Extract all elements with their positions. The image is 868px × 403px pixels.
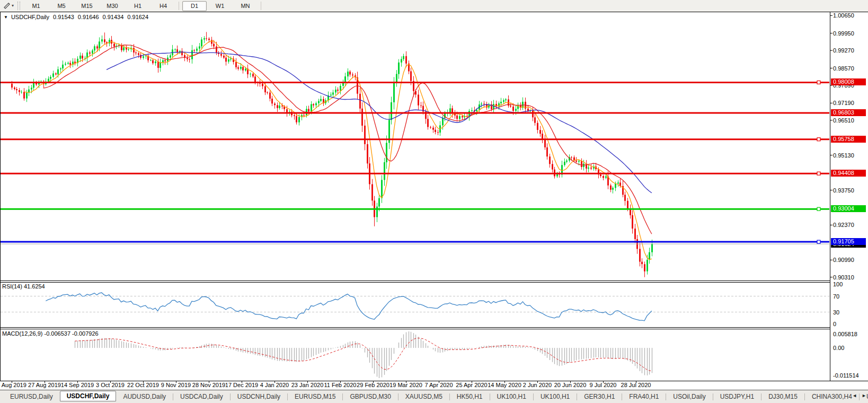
hline-price-label-0.95758[interactable]: 0.95758 [831,136,866,143]
date-label: 23 Jan 2020 [291,382,324,388]
rsi-axis-label-0: 0 [833,321,836,327]
macd-axis-min: -0.011514 [833,372,859,379]
date-label: 2 Jun 2020 [523,382,552,388]
price-tick-label: 0.92370 [833,222,854,228]
macd-axis-zero: 0.00 [833,345,844,351]
price-tick-label: 0.90310 [833,274,854,281]
date-label: 8 Aug 2019 [0,382,26,388]
ma-fast-line [24,41,652,260]
rsi-axis-label-30: 30 [833,309,839,316]
macd-axis-max: 0.005818 [833,331,857,337]
tab-hk50-h1[interactable]: HK50,H1 [450,391,490,402]
ma-slow-line [107,52,652,193]
ohlc-close: 0.91624 [127,14,148,20]
date-label: 27 Aug 2019 [28,382,61,388]
date-label: 14 Sep 2019 [61,382,94,388]
price-tick-label: 0.93750 [833,187,854,194]
date-label: 9 Nov 2019 [161,382,191,388]
macd-signal-line [75,338,652,371]
hline-handle-0.98008[interactable] [817,81,820,84]
date-label: 4 Jan 2020 [260,382,289,388]
trading-terminal: ▾ M1M5M15M30H1H4D1W1MN ▼ USDCHF,Daily 0.… [0,0,868,403]
hline-price-label-0.98008[interactable]: 0.98008 [831,78,866,85]
rsi-line [46,293,652,321]
hline-handle-0.94408[interactable] [817,172,820,175]
rsi-panel-label: RSI(14) 41.6254 [2,283,45,290]
candlestick-series [11,32,653,277]
rsi-axis-label-100: 100 [833,281,843,287]
hline-handle-0.93004[interactable] [817,207,820,211]
macd-signal-value: -0.007926 [72,330,99,337]
date-label: 3 Oct 2019 [96,382,125,388]
tab-scroll-right-icon[interactable]: ► [862,393,866,398]
hline-price-label-0.96803[interactable]: 0.96803 [831,109,866,116]
tab-uk100-h1[interactable]: UK100,H1 [534,391,577,402]
date-label: 20 Jun 2020 [554,382,587,388]
hline-handle-0.91705[interactable] [817,240,820,243]
ohlc-low: 0.91434 [103,14,124,20]
tab-eurusd-daily[interactable]: EURUSD,Daily [3,391,60,402]
tab-fra40-h1[interactable]: FRA40,H1 [622,391,666,402]
tab-xauusd-m5[interactable]: XAUUSD,M5 [398,391,449,402]
price-tick-label: 0.95130 [833,152,854,159]
date-label: 17 Dec 2019 [225,382,258,388]
date-label: 11 Feb 2020 [324,382,357,388]
date-label: 9 Jul 2020 [590,382,617,388]
ohlc-high: 0.91646 [78,14,99,20]
rsi-value: 41.6254 [24,283,45,290]
date-label: 29 Feb 2020 [357,382,389,388]
macd-panel-label: MACD(12,26,9) -0.006537 -0.007926 [2,330,99,337]
date-label: 28 Jul 2020 [621,382,651,388]
macd-histogram [75,331,652,378]
hline-price-label-0.91705[interactable]: 0.91705 [831,238,866,245]
tab-usdcnh-daily[interactable]: USDCNH,Daily [231,391,287,402]
date-label: 7 Apr 2020 [424,382,453,388]
price-tick-label: 0.98570 [833,65,854,72]
tab-scroll-arrows: ◄ ► [852,393,866,398]
date-label: 25 Apr 2020 [456,382,487,388]
tab-usdcad-daily[interactable]: USDCAD,Daily [173,391,230,402]
hline-price-label-0.93004[interactable]: 0.93004 [831,205,866,212]
tab-ger30-h1[interactable]: GER30,H1 [577,391,622,402]
chart-surface[interactable] [0,0,868,403]
price-tick-label: 0.99950 [833,30,854,37]
date-label: 28 Nov 2019 [192,382,225,388]
price-tick-label: 0.96510 [833,117,854,124]
hline-handle-0.95758[interactable] [817,138,820,141]
tab-eurusd-m15[interactable]: EURUSD,M15 [288,391,342,402]
date-label: 22 Oct 2019 [127,382,159,388]
chart-tab-bar: EURUSD,DailyUSDCHF,DailyAUDUSD,DailyUSDC… [0,390,868,403]
tab-usdjpy-h1[interactable]: USDJPY,H1 [713,391,761,402]
price-tick-label: 0.97190 [833,100,854,106]
hline-price-label-0.94408[interactable]: 0.94408 [831,170,866,177]
price-tick-label: 1.00650 [833,12,854,19]
price-tick-label: 0.99270 [833,47,854,54]
chart-symbol-period: USDCHF,Daily [11,14,49,20]
price-tick-label: 0.90990 [833,257,854,263]
chart-title: ▼ USDCHF,Daily 0.91543 0.91646 0.91434 0… [4,14,148,20]
ohlc-open: 0.91543 [53,14,74,20]
tab-usdchf-daily[interactable]: USDCHF,Daily [60,391,117,401]
rsi-axis-label-70: 70 [833,293,839,300]
tab-china300-h4[interactable]: CHINA300,H4 [805,391,859,402]
chart-menu-icon[interactable]: ▼ [4,15,8,20]
date-label: 19 Mar 2020 [389,382,422,388]
tab-audusd-daily[interactable]: AUDUSD,Daily [116,391,173,402]
tab-dj30-m15[interactable]: DJ30,M15 [761,391,804,402]
tab-gbpusd-m30[interactable]: GBPUSD,M30 [343,391,397,402]
tab-uk100-h1[interactable]: UK100,H1 [490,391,533,402]
tab-scroll-left-icon[interactable]: ◄ [852,393,857,398]
macd-main-value: -0.006537 [44,330,70,337]
date-label: 14 May 2020 [488,382,521,388]
tab-usoil-daily[interactable]: USOil,Daily [666,391,712,402]
